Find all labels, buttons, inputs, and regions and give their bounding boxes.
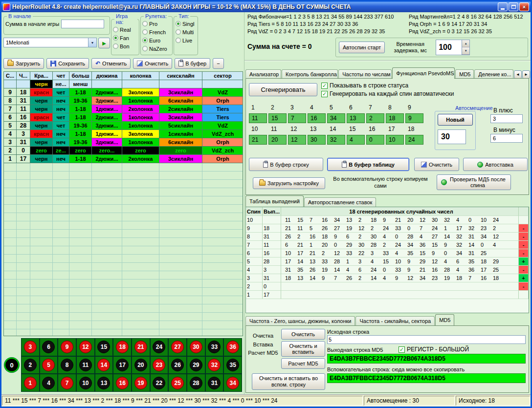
board-cell-15[interactable]: 15 — [95, 338, 113, 356]
save-button[interactable]: Сохранить — [46, 58, 89, 69]
check-md5-button[interactable]: Проверить МД5 после спина — [437, 174, 511, 190]
bottom-tab-0[interactable]: Частота - Zero, шансы, дюжины, колонки — [245, 316, 355, 325]
md5-clear-paste-aux-button[interactable]: Очистить и вставить во вспом. строку — [252, 373, 325, 390]
minimize-button[interactable] — [498, 2, 508, 11]
spins-row[interactable]: 117 — [246, 291, 529, 299]
board-cell-33[interactable]: 33 — [205, 338, 224, 356]
board-cell-9[interactable]: 9 — [58, 338, 76, 356]
load-button[interactable]: Загрузить — [3, 58, 44, 69]
maximize-button[interactable] — [509, 2, 518, 11]
main-tab-0[interactable]: Анализатор — [245, 69, 281, 79]
to-buffer-button[interactable]: В буфер — [175, 58, 210, 69]
uppercase-checkbox[interactable]: ✓ РЕГИСТР - БОЛЬШОЙ — [399, 346, 469, 353]
radio-euro[interactable]: Euro — [142, 36, 171, 44]
board-cell-16[interactable]: 16 — [113, 374, 132, 392]
source-string-input[interactable] — [327, 335, 526, 344]
radio-multi[interactable]: Multi — [176, 28, 196, 36]
board-cell-19[interactable]: 19 — [132, 374, 150, 392]
spinner-up-button[interactable]: ▲ — [462, 40, 469, 47]
radio-live[interactable]: Live — [176, 36, 196, 44]
history-row[interactable]: 831черннеч19-363дюжи...1колонка6сиклайнO… — [4, 97, 243, 105]
board-cell-23[interactable]: 23 — [150, 356, 169, 374]
autobet-button[interactable]: Автоставка — [463, 158, 528, 171]
board-cell-1[interactable]: 1 — [21, 374, 40, 392]
history-row[interactable]: 616краснчет1-182дюжи...1колонка3сиклайнT… — [4, 113, 243, 122]
board-cell-32[interactable]: 32 — [205, 356, 224, 374]
md5-calc-button[interactable]: Расчет MD5 — [281, 358, 325, 369]
board-cell-17[interactable]: 17 — [113, 356, 132, 374]
main-tab-5[interactable]: Деление ко... — [474, 69, 513, 79]
board-cell-22[interactable]: 22 — [150, 374, 169, 392]
board-cell-28[interactable]: 28 — [187, 374, 205, 392]
board-cell-29[interactable]: 29 — [187, 356, 205, 374]
history-row[interactable]: 20zeroze...zerozero...zerozeroVdZ_zch — [4, 147, 243, 155]
board-cell-7[interactable]: 7 — [58, 374, 76, 392]
load-settings-button[interactable]: Загрузить настройку — [253, 177, 325, 189]
spins-tab-0[interactable]: Таблица выпадений — [245, 195, 304, 207]
spinner-down-button[interactable]: ▼ — [462, 47, 469, 55]
generate-button[interactable]: Сгенерировать — [249, 83, 317, 96]
history-row[interactable]: 528чернчет19-363дюжи...1колонка5сиклайнV… — [4, 122, 243, 130]
spins-row[interactable]: 433135261914462403392116284361725- — [246, 266, 529, 274]
radio-fan[interactable]: Fan — [113, 34, 137, 42]
copy-line-button[interactable]: В буфер строку — [249, 158, 323, 171]
md5-clear-paste-button[interactable]: Очистить и вставить — [281, 341, 325, 357]
board-cell-31[interactable]: 31 — [205, 374, 224, 392]
spins-row[interactable]: 61610172121233223334351590343125- — [246, 249, 529, 258]
bottom-tab-2[interactable]: MD5 — [435, 314, 454, 325]
md5-clear-button[interactable]: Очистить — [281, 329, 325, 340]
spins-row[interactable]: 528171413332813415109291246351829+ — [246, 258, 529, 266]
plus-value-field[interactable]: 3 — [490, 114, 523, 123]
delay-spinner[interactable]: 100 ▲ ▼ — [436, 40, 470, 55]
status-line-checkbox[interactable]: ✓ Показывать в строке статуса — [321, 82, 408, 89]
board-cell-18[interactable]: 18 — [113, 338, 132, 356]
board-cell-8[interactable]: 8 — [58, 356, 76, 374]
tab-scroll-left-icon[interactable]: ◄ — [514, 70, 522, 79]
spins-row[interactable]: 101115716341321892120123032401024 — [246, 216, 529, 224]
board-cell-12[interactable]: 12 — [76, 338, 95, 356]
board-cell-13[interactable]: 13 — [95, 374, 113, 392]
radio-bon[interactable]: Bon — [113, 42, 137, 50]
close-button[interactable]: × — [519, 2, 529, 11]
board-cell-25[interactable]: 25 — [168, 374, 187, 392]
undo-button[interactable]: ↶Отменить — [91, 58, 131, 69]
clear-generator-button[interactable]: Очистить — [414, 158, 459, 171]
board-cell-35[interactable]: 35 — [223, 356, 242, 374]
main-tab-2[interactable]: Частоты по числам — [338, 69, 392, 79]
radio-french[interactable]: French — [142, 28, 171, 36]
tab-scroll-right-icon[interactable]: ► — [522, 70, 530, 79]
board-cell-30[interactable]: 30 — [187, 338, 205, 356]
radio-pro[interactable]: Pro — [142, 20, 171, 28]
main-tab-1[interactable]: Контроль банкролла — [282, 69, 338, 79]
board-cell-14[interactable]: 14 — [95, 356, 113, 374]
board-cell-24[interactable]: 24 — [150, 338, 169, 356]
preset-select[interactable]: 1Melonati ▼ — [3, 38, 97, 47]
history-row[interactable]: 711черннеч1-181дюжи...2колонка2сиклайнTi… — [4, 105, 243, 113]
collapse-button[interactable]: − — [213, 58, 223, 69]
history-row[interactable]: 117черннеч1-182дюжи...2колонка3сиклайнOr… — [4, 155, 243, 163]
new-button[interactable]: Новый — [438, 114, 473, 126]
minus-value-field[interactable]: 6 — [490, 134, 523, 143]
board-cell-6[interactable]: 6 — [40, 338, 58, 356]
radio-real[interactable]: Real — [113, 25, 137, 34]
history-row[interactable]: 331черннеч19-363дюжи...1колонка6сиклайнO… — [4, 138, 243, 147]
board-cell-11[interactable]: 11 — [76, 356, 95, 374]
spins-row[interactable]: 83126216189623040284271432313412- — [246, 233, 529, 241]
main-tab-3[interactable]: Функционал PsevdoMS — [392, 67, 455, 79]
spins-row[interactable]: 20- — [246, 282, 529, 291]
board-zero-cell[interactable]: 0 — [3, 356, 20, 374]
bottom-tab-1[interactable]: Частота - сиклайны, сектора — [355, 316, 435, 325]
radio-nazero[interactable]: NaZero — [142, 44, 171, 53]
board-cell-20[interactable]: 20 — [132, 356, 150, 374]
history-row[interactable]: 918краснчет1-182дюжи...3колонка3сиклайнV… — [4, 88, 243, 97]
board-cell-3[interactable]: 3 — [21, 338, 40, 356]
radio-singl[interactable]: Singl — [176, 20, 196, 28]
copy-table-button[interactable]: В буфер таблицу — [327, 158, 409, 171]
board-cell-10[interactable]: 10 — [76, 374, 95, 392]
autoshift-value[interactable]: 30 — [438, 129, 466, 144]
main-tab-4[interactable]: MD5 — [455, 69, 474, 79]
autospin-start-button[interactable]: Автоспин старт — [339, 42, 385, 53]
play-button[interactable]: ▶ — [98, 38, 110, 48]
spins-tab-1[interactable]: Автопроставление ставок — [304, 197, 376, 207]
clear-button[interactable]: Очистить — [133, 58, 172, 69]
